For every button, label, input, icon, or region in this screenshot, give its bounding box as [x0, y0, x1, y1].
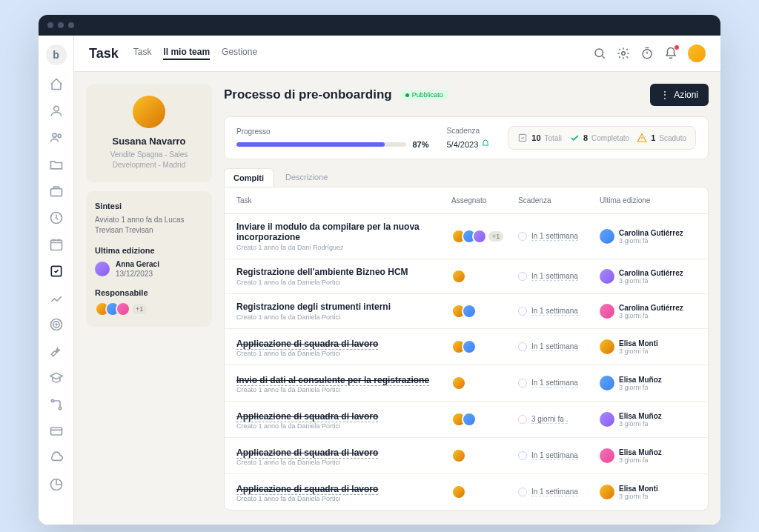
due-text: In 1 settimana	[531, 232, 578, 241]
folder-icon[interactable]	[49, 157, 64, 172]
notification-dot	[675, 45, 679, 50]
svg-rect-12	[50, 428, 62, 435]
assignee-avatar[interactable]	[462, 412, 477, 427]
graduation-icon[interactable]	[49, 370, 64, 385]
bell-icon[interactable]	[664, 47, 677, 60]
table-row[interactable]: Registrazione degli strumenti interniCre…	[225, 294, 708, 329]
th-assigned[interactable]: Assegnato	[451, 196, 518, 205]
app-window: b Task TaskIl mio teamGestione	[39, 15, 720, 525]
progress-bar	[236, 142, 406, 147]
svg-rect-3	[50, 189, 62, 196]
assignee-avatar[interactable]	[462, 304, 477, 319]
metrics-bar: Progresso 87% Scadenza 5/4/2023	[224, 116, 709, 159]
lastedit-cell: Elisa Monti3 giorni fa	[600, 339, 696, 355]
assignee-avatar[interactable]	[462, 339, 477, 354]
due-status-icon	[518, 232, 527, 241]
assignee-avatar[interactable]	[451, 485, 466, 499]
table-row[interactable]: Applicazione di squadra di lavoroCreato …	[225, 438, 708, 474]
table-row[interactable]: Inviare il modulo da compilare per la nu…	[225, 214, 708, 259]
due-cell: In 1 settimana	[518, 307, 600, 316]
actions-button[interactable]: ⋮ Azioni	[650, 84, 709, 106]
editor-date: 13/12/2023	[116, 270, 159, 278]
subtab-descrizione[interactable]: Descrizione	[276, 168, 337, 187]
table-row[interactable]: Registrazione dell'ambiente Bizneo HCMCr…	[225, 259, 708, 294]
window-close-dot[interactable]	[47, 22, 53, 28]
editor-name: Elisa Muñoz	[619, 448, 662, 456]
due-text: In 1 settimana	[531, 272, 578, 281]
th-task[interactable]: Task	[236, 196, 451, 205]
app-logo[interactable]: b	[46, 44, 67, 65]
briefcase-icon[interactable]	[49, 184, 64, 199]
editor-time: 3 giorni fa	[619, 277, 683, 285]
lastedit-cell: Carolina Gutiérrez3 giorni fa	[600, 269, 696, 285]
user-avatar[interactable]	[688, 44, 706, 62]
window-max-dot[interactable]	[68, 22, 74, 28]
table-row[interactable]: Invio di dati al consulente per la regis…	[225, 365, 708, 402]
bell-notify-icon[interactable]	[481, 139, 490, 150]
task-subtitle: Creato 1 anno fa da Daniela Portici	[236, 422, 444, 430]
subtab-compiti[interactable]: Compiti	[224, 168, 274, 187]
window-min-dot[interactable]	[58, 22, 64, 28]
assignee-avatar[interactable]	[472, 229, 487, 244]
editor-time: 3 giorni fa	[619, 237, 683, 245]
due-text: In 1 settimana	[531, 379, 578, 388]
resp-avatar[interactable]	[116, 302, 130, 316]
svg-point-11	[59, 407, 61, 409]
stat-overdue-num: 1	[651, 133, 655, 142]
svg-point-14	[595, 49, 603, 57]
assignee-plus[interactable]: +1	[488, 231, 503, 242]
subtabs: CompitiDescrizione	[224, 168, 709, 187]
lastedit-cell: Elisa Muñoz3 giorni fa	[600, 448, 696, 464]
path-icon[interactable]	[49, 397, 64, 412]
due-status-icon	[518, 415, 527, 424]
home-icon[interactable]	[49, 77, 64, 92]
wrench-icon[interactable]	[49, 344, 64, 359]
chart-icon[interactable]	[49, 290, 64, 305]
due-status-icon	[518, 307, 527, 316]
tab-il-mio-team[interactable]: Il mio team	[163, 47, 210, 60]
stat-completed-num: 8	[583, 133, 588, 142]
assignee-avatar[interactable]	[451, 269, 466, 284]
editor-time: 3 giorni fa	[619, 384, 662, 391]
user-icon[interactable]	[49, 104, 64, 119]
editor-avatar	[600, 376, 614, 390]
card-icon[interactable]	[49, 424, 64, 439]
tab-task[interactable]: Task	[133, 47, 152, 60]
resp-plus-badge[interactable]: +1	[132, 304, 147, 314]
assignee-cell	[451, 269, 518, 284]
table-row[interactable]: Applicazione di squadra di lavoroCreato …	[225, 474, 708, 510]
editor-name: Carolina Gutiérrez	[619, 304, 683, 312]
th-lastedit[interactable]: Ultima edizione	[600, 196, 696, 205]
team-icon[interactable]	[49, 130, 64, 145]
task-icon[interactable]	[49, 264, 64, 279]
responsible-title: Responsabile	[95, 288, 203, 297]
topbar: Task TaskIl mio teamGestione	[74, 36, 720, 72]
lastedit-cell: Carolina Gutiérrez3 giorni fa	[600, 304, 696, 319]
task-subtitle: Creato 1 anno fa da Daniela Portici	[236, 350, 444, 357]
assignee-avatar[interactable]	[451, 448, 466, 463]
profile-avatar[interactable]	[133, 96, 165, 128]
lastedit-cell: Carolina Gutiérrez3 giorni fa	[600, 229, 696, 245]
deadline-date: 5/4/2023	[446, 140, 478, 149]
due-text: In 1 settimana	[531, 488, 578, 496]
stat-total-num: 10	[531, 133, 540, 142]
responsible-avatars: +1	[95, 302, 203, 316]
timer-icon[interactable]	[640, 47, 654, 60]
tab-gestione[interactable]: Gestione	[222, 47, 257, 60]
th-due[interactable]: Scadenza	[518, 196, 600, 205]
table-row[interactable]: Applicazione di squadra di lavoroCreato …	[225, 329, 708, 365]
main-tabs: TaskIl mio teamGestione	[133, 47, 257, 60]
gear-icon[interactable]	[617, 47, 630, 60]
piechart-icon[interactable]	[49, 477, 64, 492]
cloud-icon[interactable]	[49, 450, 64, 465]
task-subtitle: Creato 1 anno fa da Daniela Portici	[236, 386, 444, 393]
search-icon[interactable]	[593, 47, 606, 60]
actions-label: Azioni	[674, 90, 698, 100]
assignee-avatar[interactable]	[451, 376, 466, 390]
editor-name: Anna Geraci	[116, 259, 159, 270]
target-icon[interactable]	[49, 317, 64, 332]
table-row[interactable]: Applicazione di squadra di lavoroCreato …	[225, 402, 708, 438]
process-title: Processo di pre-onboarding	[224, 87, 392, 102]
calendar-icon[interactable]	[49, 237, 64, 252]
clock-icon[interactable]	[49, 210, 64, 225]
